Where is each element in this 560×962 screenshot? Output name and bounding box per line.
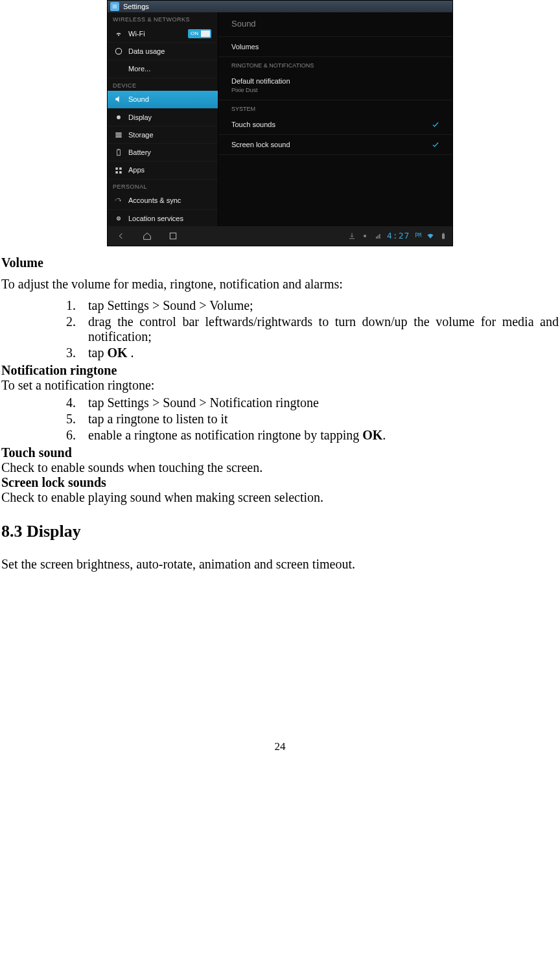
main-tab-sound: Sound bbox=[218, 12, 452, 37]
sidebar-label-display: Display bbox=[128, 113, 211, 122]
svg-point-15 bbox=[118, 218, 119, 219]
battery-icon bbox=[114, 148, 123, 157]
status-clock-time: 4:27 bbox=[387, 231, 410, 242]
main-label-volumes: Volumes bbox=[231, 42, 259, 51]
text-lock-body: Check to enable playing sound when makin… bbox=[1, 490, 559, 505]
signal-icon bbox=[374, 232, 382, 240]
list-item: drag the control bar leftwards/rightward… bbox=[79, 314, 559, 344]
list-notif-steps: tap Settings > Sound > Notification ring… bbox=[60, 395, 559, 443]
svg-rect-22 bbox=[442, 233, 445, 239]
sidebar-item-more[interactable]: More... bbox=[108, 60, 218, 78]
recent-apps-button[interactable] bbox=[165, 230, 181, 242]
main-item-screen-lock-sound[interactable]: Screen lock sound bbox=[218, 135, 452, 155]
checkmark-icon bbox=[432, 121, 439, 128]
svg-rect-13 bbox=[119, 171, 122, 174]
svg-rect-20 bbox=[378, 235, 379, 239]
svg-rect-21 bbox=[379, 234, 380, 239]
svg-rect-1 bbox=[113, 6, 117, 7]
svg-rect-6 bbox=[115, 134, 121, 135]
status-clock-ampm: PM bbox=[415, 233, 421, 239]
sidebar-label-battery: Battery bbox=[128, 148, 211, 157]
sidebar-section-personal: PERSONAL bbox=[108, 180, 218, 193]
display-icon bbox=[114, 113, 123, 122]
location-icon bbox=[114, 214, 123, 223]
wifi-icon bbox=[114, 29, 123, 38]
sidebar-label-accounts-sync: Accounts & sync bbox=[128, 196, 211, 205]
main-item-touch-sounds[interactable]: Touch sounds bbox=[218, 115, 452, 135]
settings-screenshot: Settings WIRELESS & NETWORKS Wi-Fi ON Da… bbox=[0, 0, 560, 246]
list-item: tap a ringtone to listen to it bbox=[79, 412, 559, 427]
heading-display-section: 8.3 Display bbox=[1, 522, 559, 541]
window-titlebar: Settings bbox=[108, 1, 452, 12]
data-usage-icon bbox=[114, 47, 123, 56]
text-display-body: Set the screen brightness, auto-rotate, … bbox=[1, 557, 559, 572]
main-item-volumes[interactable]: Volumes bbox=[218, 37, 452, 57]
home-button[interactable] bbox=[139, 230, 156, 242]
text-touch-body: Check to enable sounds when touching the… bbox=[1, 460, 559, 475]
list-volume-steps: tap Settings > Sound > Volume; drag the … bbox=[60, 298, 559, 360]
sidebar-item-location-services[interactable]: Location services bbox=[108, 210, 218, 226]
wifi-status-icon bbox=[426, 232, 434, 240]
text-notif-intro: To set a notification ringtone: bbox=[1, 378, 559, 393]
svg-rect-19 bbox=[376, 237, 377, 239]
battery-status-icon bbox=[439, 232, 447, 240]
list-item: tap Settings > Sound > Volume; bbox=[79, 298, 559, 313]
svg-rect-10 bbox=[115, 167, 118, 170]
main-section-system: SYSTEM bbox=[218, 100, 452, 115]
svg-rect-0 bbox=[113, 5, 117, 6]
sidebar-label-wifi: Wi-Fi bbox=[128, 29, 183, 38]
sidebar-label-apps: Apps bbox=[128, 165, 211, 174]
sidebar-item-apps[interactable]: Apps bbox=[108, 161, 218, 179]
svg-rect-23 bbox=[443, 233, 444, 233]
sync-icon bbox=[114, 196, 123, 205]
back-button[interactable] bbox=[113, 230, 130, 242]
sidebar-label-more: More... bbox=[128, 64, 211, 73]
list-item: enable a ringtone as notification ringto… bbox=[79, 428, 559, 443]
list-item: tap OK . bbox=[79, 346, 559, 360]
main-item-default-notification[interactable]: Default notification Pixie Dust bbox=[218, 71, 452, 100]
page-number: 24 bbox=[1, 740, 559, 753]
blank-icon bbox=[114, 64, 123, 73]
sidebar-item-storage[interactable]: Storage bbox=[108, 126, 218, 144]
svg-rect-12 bbox=[115, 171, 118, 174]
sidebar-label-storage: Storage bbox=[128, 130, 211, 139]
wifi-toggle[interactable]: ON bbox=[188, 29, 211, 38]
svg-rect-17 bbox=[170, 233, 176, 239]
sidebar-label-sound: Sound bbox=[128, 95, 211, 104]
sidebar-item-accounts-sync[interactable]: Accounts & sync bbox=[108, 192, 218, 209]
text-volume-intro: To adjust the volume for media, ringtone… bbox=[1, 277, 559, 292]
main-label-screen-lock-sound: Screen lock sound bbox=[231, 140, 290, 149]
svg-point-18 bbox=[364, 235, 366, 237]
settings-app-icon bbox=[110, 2, 119, 11]
settings-main-pane: Sound Volumes RINGTONE & NOTIFICATIONS D… bbox=[218, 12, 452, 226]
sidebar-section-device: DEVICE bbox=[108, 78, 218, 91]
svg-rect-9 bbox=[118, 149, 119, 150]
svg-rect-11 bbox=[119, 167, 122, 170]
settings-sidebar: WIRELESS & NETWORKS Wi-Fi ON Data usage … bbox=[108, 12, 218, 226]
main-label-default-notification: Default notification bbox=[231, 77, 290, 85]
sound-icon bbox=[114, 95, 123, 104]
svg-rect-8 bbox=[117, 150, 121, 156]
svg-point-4 bbox=[117, 115, 121, 119]
svg-rect-5 bbox=[115, 133, 121, 134]
sidebar-item-sound[interactable]: Sound bbox=[108, 91, 218, 108]
list-item: tap Settings > Sound > Notification ring… bbox=[79, 395, 559, 410]
main-label-touch-sounds: Touch sounds bbox=[231, 120, 275, 129]
sidebar-item-display[interactable]: Display bbox=[108, 109, 218, 126]
main-sub-default-notification: Pixie Dust bbox=[231, 87, 290, 95]
sidebar-label-location-services: Location services bbox=[128, 214, 211, 223]
heading-notification-ringtone: Notification ringtone bbox=[1, 363, 559, 378]
window-title: Settings bbox=[123, 2, 149, 11]
sidebar-item-battery[interactable]: Battery bbox=[108, 144, 218, 161]
svg-rect-7 bbox=[115, 136, 121, 137]
svg-rect-2 bbox=[113, 8, 117, 8]
sidebar-item-wifi[interactable]: Wi-Fi ON bbox=[108, 25, 218, 43]
sidebar-item-data-usage[interactable]: Data usage bbox=[108, 43, 218, 60]
heading-volume: Volume bbox=[1, 255, 559, 270]
gear-status-icon bbox=[361, 232, 369, 240]
apps-icon bbox=[114, 166, 123, 175]
sidebar-section-wireless: WIRELESS & NETWORKS bbox=[108, 12, 218, 25]
main-section-ringtone: RINGTONE & NOTIFICATIONS bbox=[218, 57, 452, 71]
svg-point-3 bbox=[115, 48, 121, 54]
system-navbar: 4:27 PM bbox=[108, 226, 452, 246]
